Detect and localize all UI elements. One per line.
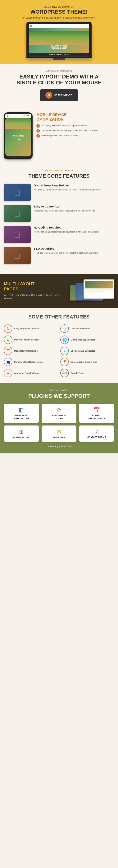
feature-icon: ☰	[4, 347, 12, 355]
install-icon: ⚙	[46, 92, 52, 99]
multi-layout-heading: Multi Layout Pages	[4, 281, 64, 291]
feature-label: Awesome Fontello Icons	[14, 372, 39, 374]
plugin-icon: 7	[81, 429, 112, 435]
icon-symbol: Aa	[62, 371, 67, 375]
plugin-card: ⊞ Essential Grid	[4, 426, 39, 442]
feature-label: Easy Automatic Updates	[14, 327, 39, 330]
mobile-section: HELLO SUMMERCHILDREN CAMP HELLO SUMMER C…	[0, 106, 118, 165]
import-section: one click on installation Easily Import …	[0, 64, 118, 107]
other-feature-item: ⚙ Powerful Admin Interface	[4, 336, 58, 344]
hero-title: WordPress Theme!	[4, 9, 114, 15]
feature-num: 1	[36, 124, 40, 128]
laptop-screen-header	[29, 24, 89, 28]
feature-text: The theme uses Mobile Friendly sliders: …	[41, 129, 98, 132]
other-features-header: Some Other Features	[4, 314, 114, 320]
mobile-feature-item: 3Fully Responsive layout & Retina Ready	[36, 134, 114, 137]
hero-section: Meet Hello Summer WordPress Theme! An aw…	[0, 0, 118, 64]
feature-icon: {}	[60, 324, 69, 333]
nav-dots	[74, 26, 88, 26]
other-feature-item: Aa Google Fonts	[60, 369, 114, 377]
camp-image	[29, 31, 89, 44]
phone-camp-img	[5, 118, 31, 129]
feature-title: Drag & Drop Page Builder	[34, 184, 99, 187]
multi-layout-description: We create Several Unique Demos with Diff…	[4, 293, 64, 300]
multi-layout-text: Multi Layout Pages We create Several Uni…	[4, 281, 64, 300]
feature-text-block: SEO Optimized HTML code integrated into …	[34, 247, 99, 254]
icon-symbol: 🌐	[62, 337, 67, 342]
core-features-list: ◻ Drag & Drop Page Builder WP Bakery Pag…	[4, 184, 114, 264]
feature-image: ◻	[4, 205, 31, 222]
other-feature-item: 🌐 Multi Language Support	[60, 336, 114, 344]
core-feature-item: ◻ Easy to Customize Awesome easy-to-use …	[4, 205, 114, 222]
laptop-stand	[53, 58, 65, 60]
other-features-heading: Some Other Features	[4, 314, 114, 320]
feature-text-block: No Coding Required No need to be a profe…	[34, 226, 99, 234]
other-feature-item: {} Lots of Shortcodes	[60, 324, 114, 333]
plugin-name: Essential Grid	[6, 436, 37, 439]
plugin-card: ◧ WPBakeryPage Builder	[4, 404, 39, 423]
hero-subtitle: An awesome user-friendly combination of …	[4, 17, 114, 19]
plugin-icon: 📅	[81, 407, 112, 413]
plugins-grid: ◧ WPBakeryPage Builder ⟳ RevolutionSlide…	[4, 404, 114, 442]
feature-icon: ★	[4, 369, 12, 377]
hero-pre-title: Meet Hello Summer	[4, 5, 114, 8]
plugin-icon: ◧	[6, 407, 37, 413]
import-heading: Easily Import Demo with a Single Click o…	[4, 74, 114, 86]
feature-text: Absolutely all wirdow sections support s…	[41, 124, 88, 127]
nav-item	[85, 26, 88, 26]
other-feature-item: ▣ Parallax Effect Backgrounds	[4, 358, 58, 366]
mobile-feature-item: 1Absolutely all wirdow sections support …	[36, 124, 114, 128]
dot	[16, 139, 17, 140]
core-feature-item: ◻ No Coding Required No need to be a pro…	[4, 226, 114, 243]
feature-description: HTML code integrated into the theme meet…	[34, 251, 99, 254]
plugins-header: free& compatible Plugins We Support	[4, 389, 114, 399]
feature-icon: ▣	[4, 358, 12, 366]
plugin-card: 7 Contact Form 7	[79, 426, 114, 442]
icon-symbol: ⚙	[6, 337, 10, 342]
feature-icon: 📍	[60, 358, 69, 366]
feature-icon: ⚙	[4, 336, 12, 344]
feature-icon: 🌐	[60, 336, 69, 344]
install-button[interactable]: ⚙ Installation	[40, 89, 78, 101]
install-label: Installation	[54, 93, 72, 97]
icon-symbol: ↻	[6, 326, 10, 331]
plugin-card: 📅 BookedAppointments	[79, 404, 114, 423]
feature-title: No Coding Required	[34, 226, 99, 229]
other-features-grid: ↻ Easy Automatic Updates {} Lots of Shor…	[4, 324, 114, 377]
feature-title: SEO Optimized	[34, 247, 99, 250]
multi-layout-section: Multi Layout Pages We create Several Uni…	[0, 274, 118, 308]
feature-label: Google Fonts	[71, 372, 84, 374]
feature-image: ◻	[4, 247, 31, 264]
phone-dots	[5, 139, 31, 140]
other-feature-item: ★ Awesome Fontello Icons	[4, 369, 58, 377]
feature-icon: Aa	[60, 369, 69, 377]
feature-label: Sticky Menus Supported	[71, 349, 95, 352]
feature-label: Mega Menu Compatible	[14, 349, 38, 352]
feature-image: ◻	[4, 184, 31, 201]
core-feature-item: ◻ SEO Optimized HTML code integrated int…	[4, 247, 114, 264]
core-features-section: for easy website creation Theme Core Fea…	[0, 165, 118, 274]
phone-mockup: HELLO SUMMERCHILDREN CAMP HELLO SUMMER C…	[4, 112, 33, 159]
feature-text: Fully Responsive layout & Retina Ready	[41, 134, 79, 137]
feature-title: Easy to Customize	[34, 205, 95, 208]
other-feature-item: ≡ Sticky Menus Supported	[60, 347, 114, 355]
plugin-icon: ⟳	[43, 407, 75, 413]
feature-label: Lots of Shortcodes	[71, 327, 90, 330]
plugins-heading: Plugins We Support	[4, 393, 114, 399]
feature-description: No need to be a professional web develop…	[34, 230, 99, 234]
phone-logo-dot	[7, 115, 8, 117]
icon-symbol: {}	[63, 326, 66, 331]
core-tagline: for easy website creation	[4, 169, 114, 172]
feature-label: Customizable Google Map	[71, 361, 97, 363]
plugin-icon: ✉	[43, 429, 75, 435]
nav-item	[74, 26, 77, 26]
laptop-footer: HELLO SUMMER CAMP	[29, 53, 89, 56]
logo-dot	[30, 25, 32, 27]
feature-description: WP Bakery Page Builder offers amazing to…	[34, 188, 99, 191]
other-feature-item: ☰ Mega Menu Compatible	[4, 347, 58, 355]
other-feature-item: 📍 Customizable Google Map	[60, 358, 114, 366]
feature-num: 3	[36, 134, 40, 137]
icon-symbol: ★	[6, 371, 10, 375]
plugins-tagline: free& compatible	[4, 389, 114, 392]
other-feature-item: ↻ Easy Automatic Updates	[4, 324, 58, 333]
